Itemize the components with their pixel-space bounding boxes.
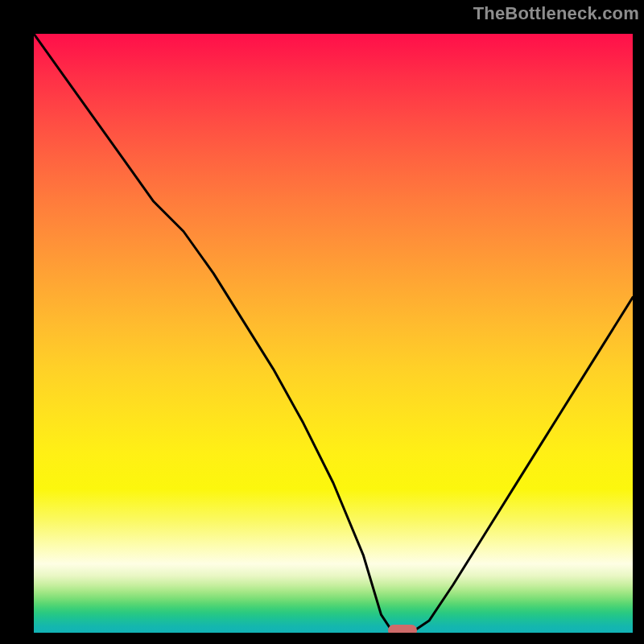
chart-frame — [11, 11, 633, 633]
watermark-text: TheBottleneck.com — [473, 3, 639, 24]
chart-plot-area — [34, 34, 633, 633]
chart-gradient-background — [34, 34, 633, 633]
chart-marker-pill — [388, 625, 417, 633]
